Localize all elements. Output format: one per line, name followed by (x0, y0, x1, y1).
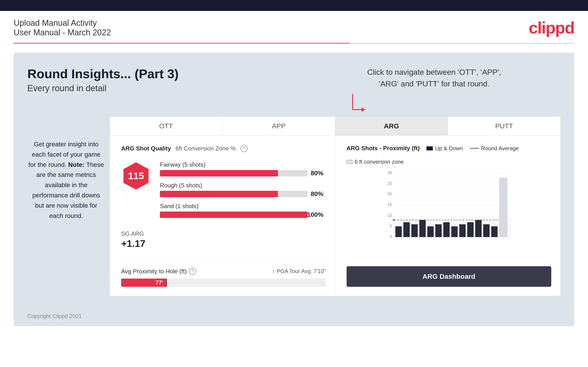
svg-text:25: 25 (387, 181, 392, 186)
upload-manual-label: Upload Manual Activity (14, 18, 111, 28)
navigation-arrow (339, 92, 366, 119)
legend-round-avg-label: Round Average (481, 145, 519, 152)
bar-value-rough: 80% (311, 190, 323, 198)
dashboard-panel: OTT APP ARG PUTT ARG Shot Quality 6ft Co… (110, 117, 561, 296)
tab-putt[interactable]: PUTT (448, 117, 560, 135)
proximity-value: 77' (156, 279, 163, 286)
hexagon-number: 115 (128, 170, 144, 182)
bar-1 (395, 226, 402, 237)
bar-value-sand: 100% (307, 211, 324, 218)
bar-10 (467, 222, 474, 237)
top-bar (0, 0, 588, 11)
sg-label: SG ARG (121, 230, 326, 237)
arg-dashboard-button[interactable]: ARG Dashboard (346, 266, 552, 287)
proximity-label: Avg Proximity to Hole (ft) ? (121, 268, 196, 275)
help-icon[interactable]: ? (241, 145, 248, 152)
left-panel: ARG Shot Quality 6ft Conversion Zone % ?… (110, 136, 335, 296)
bar-5 (427, 226, 433, 237)
right-panel-title: ARG Shots - Proximity (ft) (346, 145, 420, 152)
bar-fill-fairway (160, 170, 278, 176)
sg-value: +1.17 (121, 238, 326, 249)
bar-row-rough: Rough (5 shots) 80% (160, 182, 308, 197)
legend-dash-round-avg (470, 148, 479, 149)
bar-row-sand: Sand (1 shots) 100% (160, 203, 308, 218)
pga-avg: ↑ PGA Tour Avg: 7'10" (272, 268, 326, 275)
bar-track-fairway: 80% (160, 170, 308, 176)
legend-up-down: Up & Down (426, 145, 463, 152)
bar-track-sand: 100% (160, 212, 308, 218)
svg-text:30: 30 (387, 171, 392, 175)
legend-up-down-label: Up & Down (435, 145, 463, 152)
left-description: Get greater insight into each facet of y… (27, 139, 105, 221)
right-panel: ARG Shots - Proximity (ft) Up & Down Rou… (335, 136, 561, 296)
proximity-text: Avg Proximity to Hole (ft) (121, 268, 187, 275)
proximity-cursor (166, 279, 167, 287)
bar-label-sand: Sand (1 shots) (160, 203, 308, 210)
hex-section: 115 Fairway (5 shots) 80% (121, 161, 326, 223)
bars-section: Fairway (5 shots) 80% Rough (5 shots) (160, 161, 326, 223)
copyright-text: Copyright Clippd 2021 (27, 313, 81, 319)
legend-box-up-down (426, 146, 433, 150)
bar-fill-sand (160, 212, 308, 218)
hexagon-wrapper: 115 (121, 161, 151, 191)
arg-quality-label: ARG Shot Quality (121, 145, 171, 152)
clippd-logo: clippd (529, 18, 574, 37)
svg-text:10: 10 (387, 213, 392, 218)
tabs-row: OTT APP ARG PUTT (110, 117, 560, 136)
note-bold: Note: (68, 161, 85, 168)
proximity-header: Avg Proximity to Hole (ft) ? ↑ PGA Tour … (121, 268, 326, 275)
legend-round-avg: Round Average (470, 145, 519, 152)
svg-text:5: 5 (389, 224, 392, 228)
legend-box-6ft (346, 160, 353, 164)
header-divider (14, 43, 574, 43)
bar-11 (475, 220, 481, 237)
bar-7 (443, 222, 450, 237)
header-left: Upload Manual Activity User Manual - Mar… (14, 18, 111, 37)
sg-section: SG ARG +1.17 (121, 230, 326, 249)
svg-text:15: 15 (387, 202, 392, 207)
bar-8 (451, 226, 458, 237)
tab-app[interactable]: APP (223, 117, 335, 135)
header: Upload Manual Activity User Manual - Mar… (0, 11, 588, 43)
svg-text:20: 20 (387, 192, 392, 196)
main-content: Round Insights... (Part 3) Every round i… (14, 53, 574, 326)
bar-fill-rough (160, 191, 278, 197)
bar-2 (403, 222, 410, 237)
bar-4 (419, 220, 425, 237)
legend-6ft-label: 6 ft conversion zone (355, 159, 404, 165)
arrow-container (339, 92, 366, 119)
bar-6 (435, 224, 441, 237)
bar-track-rough: 80% (160, 191, 308, 197)
bar-9 (459, 224, 466, 237)
legend-6ft: 6 ft conversion zone (346, 159, 404, 165)
bar-label-rough: Rough (5 shots) (160, 182, 308, 189)
left-panel-header: ARG Shot Quality 6ft Conversion Zone % ? (121, 145, 326, 152)
bar-14-tall (499, 178, 507, 237)
svg-marker-2 (362, 107, 365, 112)
bar-label-fairway: Fairway (5 shots) (160, 161, 308, 168)
svg-text:0: 0 (389, 234, 392, 239)
hexagon: 115 (121, 161, 151, 191)
footer: Copyright Clippd 2021 (27, 313, 81, 319)
tab-ott[interactable]: OTT (110, 117, 223, 135)
conversion-label: 6ft Conversion Zone % (175, 145, 236, 152)
chart-area: 30 25 20 15 10 (346, 171, 552, 262)
bar-13 (491, 226, 497, 237)
tab-arg[interactable]: ARG (335, 117, 448, 135)
proximity-section: Avg Proximity to Hole (ft) ? ↑ PGA Tour … (121, 260, 326, 287)
right-panel-header: ARG Shots - Proximity (ft) Up & Down Rou… (346, 145, 552, 165)
proximity-help-icon[interactable]: ? (189, 268, 196, 275)
bar-3 (411, 224, 418, 237)
arg-chart: 30 25 20 15 10 (346, 171, 552, 244)
user-manual-label: User Manual - March 2022 (14, 28, 111, 37)
navigation-hint: Click to navigate between 'OTT', 'APP','… (294, 66, 575, 90)
bar-12 (483, 224, 489, 237)
panel-body: ARG Shot Quality 6ft Conversion Zone % ?… (110, 136, 560, 296)
proximity-bar-fill: 77' (121, 279, 166, 287)
proximity-bar-track: 77' (121, 279, 326, 287)
bar-value-fairway: 80% (311, 170, 323, 177)
bar-row-fairway: Fairway (5 shots) 80% (160, 161, 308, 176)
